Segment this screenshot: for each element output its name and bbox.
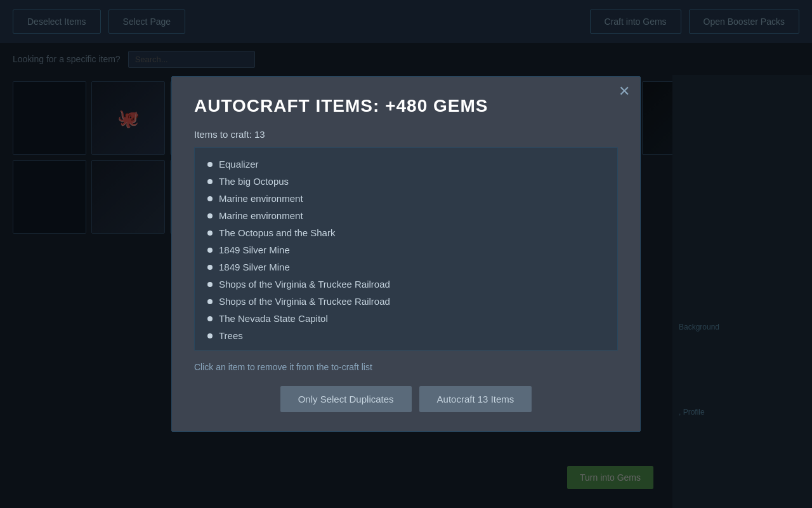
list-item-label: Marine environment bbox=[219, 210, 303, 221]
list-item[interactable]: 1849 Silver Mine bbox=[207, 258, 611, 276]
bullet-icon bbox=[207, 282, 213, 287]
list-item[interactable]: Trees bbox=[207, 344, 611, 350]
bullet-icon bbox=[207, 265, 213, 270]
bullet-icon bbox=[207, 231, 213, 236]
list-item-label: The Nevada State Capitol bbox=[219, 313, 328, 324]
list-item-label: The Octopus and the Shark bbox=[219, 227, 335, 238]
click-hint: Click an item to remove it from the to-c… bbox=[194, 362, 618, 372]
autocraft-items-button[interactable]: Autocraft 13 Items bbox=[419, 386, 532, 412]
items-list[interactable]: EqualizerThe big OctopusMarine environme… bbox=[195, 148, 617, 350]
list-item[interactable]: Shops of the Virginia & Truckee Railroad bbox=[207, 276, 611, 293]
list-item-label: Equalizer bbox=[219, 159, 259, 170]
modal-title: AUTOCRAFT ITEMS: +480 GEMS bbox=[194, 96, 618, 116]
list-item[interactable]: Marine environment bbox=[207, 207, 611, 224]
list-item[interactable]: Shops of the Virginia & Truckee Railroad bbox=[207, 293, 611, 310]
bullet-icon bbox=[207, 248, 213, 253]
items-count: Items to craft: 13 bbox=[194, 129, 618, 140]
modal-close-button[interactable]: ✕ bbox=[619, 84, 630, 98]
items-list-container: EqualizerThe big OctopusMarine environme… bbox=[194, 147, 618, 351]
list-item-label: Shops of the Virginia & Truckee Railroad bbox=[219, 296, 390, 307]
list-item[interactable]: The Nevada State Capitol bbox=[207, 310, 611, 327]
list-item[interactable]: The Octopus and the Shark bbox=[207, 224, 611, 241]
list-item-label: 1849 Silver Mine bbox=[219, 262, 290, 272]
list-item-label: The big Octopus bbox=[219, 176, 289, 187]
autocraft-modal: ✕ AUTOCRAFT ITEMS: +480 GEMS Items to cr… bbox=[171, 76, 641, 432]
bullet-icon bbox=[207, 213, 213, 218]
bullet-icon bbox=[207, 196, 213, 201]
list-item-label: Marine environment bbox=[219, 193, 303, 204]
list-item-label: Trees bbox=[219, 330, 243, 341]
list-item[interactable]: Trees bbox=[207, 327, 611, 344]
list-item[interactable]: Equalizer bbox=[207, 156, 611, 173]
bullet-icon bbox=[207, 162, 213, 167]
bullet-icon bbox=[207, 299, 213, 304]
bullet-icon bbox=[207, 179, 213, 184]
list-item-label: 1849 Silver Mine bbox=[219, 244, 290, 255]
list-item[interactable]: 1849 Silver Mine bbox=[207, 241, 611, 258]
bullet-icon bbox=[207, 316, 213, 321]
list-item[interactable]: Marine environment bbox=[207, 190, 611, 207]
list-item-label: Trees bbox=[219, 347, 243, 350]
only-select-duplicates-button[interactable]: Only Select Duplicates bbox=[280, 386, 412, 412]
modal-footer: Only Select Duplicates Autocraft 13 Item… bbox=[194, 386, 618, 412]
bullet-icon bbox=[207, 333, 213, 338]
list-item[interactable]: The big Octopus bbox=[207, 173, 611, 190]
list-item-label: Shops of the Virginia & Truckee Railroad bbox=[219, 279, 390, 290]
